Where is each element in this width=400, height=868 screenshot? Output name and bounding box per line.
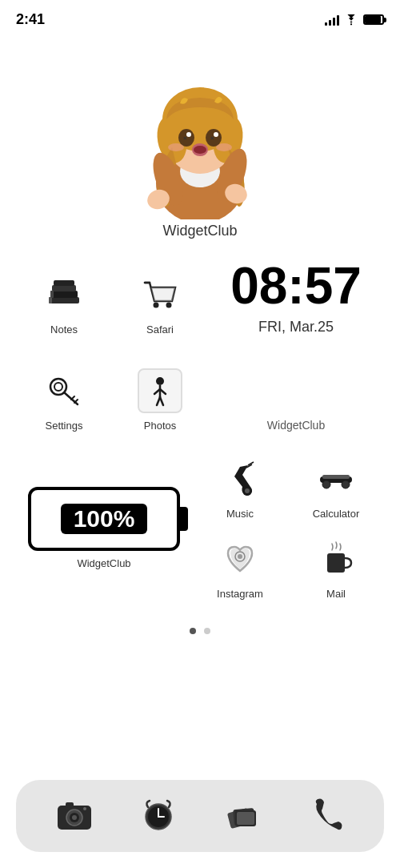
photos-icon: [136, 367, 184, 415]
instagram-label: Instagram: [217, 588, 263, 600]
svg-point-44: [245, 488, 250, 493]
settings-icon: [40, 367, 88, 415]
dock: [16, 780, 384, 852]
status-bar: 2:41: [0, 0, 400, 35]
settings-label: Settings: [46, 420, 83, 432]
calculator-app[interactable]: Calculator: [288, 448, 384, 528]
safari-label: Safari: [146, 323, 174, 336]
signal-bars-icon: [325, 14, 339, 26]
page-dot-1[interactable]: [190, 628, 196, 634]
clock-minutes: 57: [305, 260, 362, 311]
dock-cards-app[interactable]: [218, 792, 266, 840]
svg-point-16: [168, 143, 184, 151]
settings-app[interactable]: Settings: [16, 344, 112, 440]
svg-rect-22: [49, 297, 79, 303]
page-dot-2[interactable]: [204, 628, 210, 634]
svg-point-47: [342, 480, 350, 488]
svg-rect-51: [327, 553, 345, 573]
instagram-icon: [216, 535, 264, 583]
music-label: Music: [226, 508, 254, 520]
svg-point-15: [194, 146, 206, 154]
svg-text:×: ×: [210, 135, 214, 142]
notes-icon: [40, 271, 88, 319]
battery-box: 100%: [28, 487, 180, 551]
status-time: 2:41: [16, 11, 45, 28]
photos-app[interactable]: Photos: [112, 344, 208, 440]
svg-rect-26: [49, 297, 52, 303]
instagram-app[interactable]: Instagram: [192, 528, 288, 608]
mail-label: Mail: [326, 588, 346, 600]
dock-alarm-app[interactable]: [134, 792, 182, 840]
calculator-icon: [312, 455, 360, 503]
character-section: × × WidgetClub: [0, 43, 400, 239]
mail-icon: [312, 535, 360, 583]
svg-point-31: [54, 383, 62, 391]
safari-app[interactable]: Safari: [112, 247, 208, 344]
svg-point-55: [72, 815, 77, 820]
notes-app[interactable]: Notes: [16, 247, 112, 344]
widgetclub-text-row2: WidgetClub: [267, 419, 325, 432]
svg-line-33: [71, 396, 74, 400]
clock-date: FRI, Mar.25: [258, 319, 334, 336]
app-grid-right-widget: Music Calculator: [192, 448, 384, 608]
svg-point-50: [238, 554, 242, 559]
clock-hours: 08: [230, 260, 287, 311]
status-icons: [325, 14, 384, 26]
svg-rect-56: [66, 802, 74, 807]
wifi-icon: [344, 14, 358, 26]
mail-app[interactable]: Mail: [288, 528, 384, 608]
svg-point-10: [186, 132, 191, 137]
battery-widget[interactable]: 100% WidgetClub: [16, 448, 192, 608]
widget-row: 100% WidgetClub Music: [0, 440, 400, 616]
svg-point-0: [350, 23, 352, 25]
svg-point-29: [166, 303, 172, 308]
clock-time-display: 08 : 57: [230, 256, 362, 315]
anime-character-svg: × ×: [112, 43, 288, 219]
clock-colon: :: [287, 256, 304, 315]
svg-line-40: [160, 397, 163, 405]
widgetclub-label-row2: WidgetClub: [208, 344, 384, 440]
music-icon: [216, 455, 264, 503]
clock-widget: 08 : 57 FRI, Mar.25: [208, 247, 384, 344]
svg-rect-24: [52, 285, 76, 291]
app-grid-left-row1: Notes Safari: [16, 247, 208, 440]
music-app[interactable]: Music: [192, 448, 288, 528]
svg-rect-23: [50, 291, 78, 298]
right-column: 08 : 57 FRI, Mar.25 WidgetClub: [208, 247, 384, 440]
svg-point-35: [156, 377, 164, 385]
battery-icon: [363, 14, 384, 25]
svg-point-46: [322, 480, 330, 488]
svg-rect-27: [50, 291, 54, 298]
calculator-label: Calculator: [313, 508, 360, 520]
page-dots: [0, 628, 400, 634]
safari-icon: [136, 271, 184, 319]
battery-label: WidgetClub: [77, 557, 130, 569]
photos-label: Photos: [144, 420, 176, 432]
dock-camera-app[interactable]: [50, 792, 98, 840]
notes-label: Notes: [50, 323, 78, 336]
svg-point-28: [154, 303, 159, 308]
svg-rect-48: [322, 475, 350, 479]
battery-percent: 100%: [61, 504, 148, 534]
svg-point-57: [83, 807, 86, 810]
app-row1: Notes Safari: [0, 239, 400, 448]
svg-point-11: [214, 132, 218, 137]
svg-text:×: ×: [183, 135, 187, 142]
svg-point-17: [216, 143, 232, 151]
svg-line-34: [74, 400, 78, 403]
character-name: WidgetClub: [162, 223, 237, 239]
dock-phone-app[interactable]: [302, 792, 350, 840]
character-image: × ×: [112, 43, 288, 219]
svg-rect-25: [54, 280, 74, 286]
svg-rect-65: [237, 812, 254, 825]
